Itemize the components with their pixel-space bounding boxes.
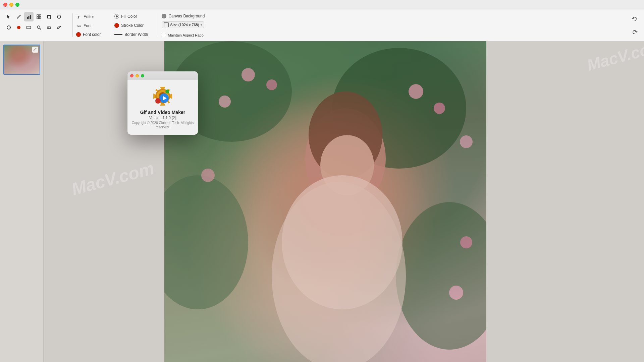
canvas-bg-item: Canvas Background [162,14,205,18]
font-icon: Aa [76,23,82,28]
font-label: Font [84,23,92,28]
grid-tool[interactable] [34,12,44,21]
border-width-label: Border Width [124,32,148,37]
divider-2 [111,13,111,37]
dialog-close-button[interactable] [130,74,133,77]
svg-point-32 [434,103,445,114]
canvas-size-button[interactable]: Size (1024 x 768) ▾ [162,21,204,28]
close-button[interactable] [3,3,7,7]
canvas-photo-overlay [164,41,486,362]
svg-point-34 [201,169,215,182]
title-bar [0,0,644,9]
frame-edit-icon[interactable] [32,47,38,53]
dialog-body: Gif and Video Maker Version 1.1.0 (2) Co… [127,80,198,135]
canvas-bg-dot[interactable] [162,14,166,18]
crop-tool[interactable] [44,12,54,21]
record-tool[interactable] [14,23,23,32]
font-color-dot[interactable] [76,32,81,37]
tools-row-1 [4,12,64,21]
minimize-button[interactable] [9,3,13,7]
editor-item: T Editor [76,14,101,19]
watermark-2: MacV.com [585,41,644,74]
svg-rect-6 [37,15,39,16]
fill-color-item: Fill Color [114,14,148,19]
frames-panel [0,41,44,362]
stroke-color-dot[interactable] [114,23,119,28]
border-width-line [114,34,122,35]
rectangle-tool[interactable] [24,23,34,32]
border-width-item: Border Width [114,32,148,37]
svg-point-16 [17,26,20,29]
svg-rect-4 [29,16,30,19]
svg-rect-7 [39,15,41,16]
canvas-area: MacV.com MacV.com [44,41,644,362]
svg-point-48 [155,98,161,104]
stroke-color-item: Stroke Color [114,23,148,28]
svg-point-31 [409,84,423,99]
svg-point-35 [460,236,472,248]
svg-point-36 [449,286,463,300]
zoom-tool[interactable] [34,23,44,32]
maintain-aspect-label: Maintain Aspect Ratio [168,33,203,37]
editor-section: T Editor Aa Font Font color [76,12,101,39]
svg-point-27 [396,202,486,350]
about-dialog: Gif and Video Maker Version 1.1.0 (2) Co… [127,71,198,135]
divider-1 [72,13,73,37]
canvas-size-icon [164,22,169,27]
svg-point-29 [266,79,277,90]
svg-rect-9 [39,17,41,19]
svg-point-15 [7,26,10,29]
undo-button[interactable] [629,13,640,24]
color-section: Fill Color Stroke Color Border Width [114,12,148,39]
svg-rect-17 [27,26,31,29]
canvas-photo-simulation [164,41,486,362]
stroke-color-label: Stroke Color [121,23,144,28]
canvas-section: Canvas Background Size (1024 x 768) ▾ Ma… [162,12,205,39]
tool-group [4,12,64,32]
dialog-titlebar [127,71,198,80]
svg-rect-20 [47,27,51,28]
svg-rect-5 [30,15,31,19]
canvas-photo [164,41,486,362]
app-copyright: Copyright © 2020 Clubees Tech. All right… [131,121,194,129]
svg-point-28 [241,68,255,81]
tools-row-2 [4,23,64,32]
app-version: Version 1.1.0 (2) [131,116,194,120]
app-icon [152,85,173,107]
canvas-size-item[interactable]: Size (1024 x 768) ▾ [162,21,205,28]
pencil-tool[interactable] [14,12,23,21]
brush-tool[interactable] [54,23,64,32]
app-icon-container [131,85,194,107]
redo-button[interactable] [629,27,640,38]
font-color-item: Font color [76,32,101,37]
svg-line-19 [40,28,41,29]
select-tool[interactable] [4,12,13,21]
fill-color-radio[interactable] [114,14,119,19]
svg-rect-8 [37,17,39,19]
divider-3 [158,13,158,37]
chart-tool[interactable] [24,12,34,21]
traffic-lights [3,3,19,7]
frame-thumbnail[interactable] [3,45,40,75]
eraser-tool[interactable] [44,23,54,32]
circle-tool[interactable] [4,23,13,32]
svg-text:T: T [77,14,80,19]
toolbar: T Editor Aa Font Font color Fill Color S… [0,9,644,41]
svg-point-33 [460,135,473,148]
main-content: MacV.com MacV.com [0,41,644,362]
svg-marker-2 [19,15,21,16]
font-item: Aa Font [76,23,101,28]
dialog-minimize-button[interactable] [136,74,139,77]
svg-point-41 [272,182,406,362]
app-name: Gif and Video Maker [131,110,194,115]
maintain-aspect-item: Maintain Aspect Ratio [162,33,205,37]
svg-point-26 [164,175,248,309]
maintain-aspect-checkbox[interactable] [162,33,166,37]
toolbar-right [629,12,640,38]
editor-label: Editor [84,14,94,19]
editor-icon: T [76,14,82,19]
transform-tool[interactable] [54,12,64,21]
maximize-button[interactable] [15,3,19,7]
canvas-bg-label: Canvas Background [168,14,205,18]
dialog-maximize-button[interactable] [141,74,144,77]
